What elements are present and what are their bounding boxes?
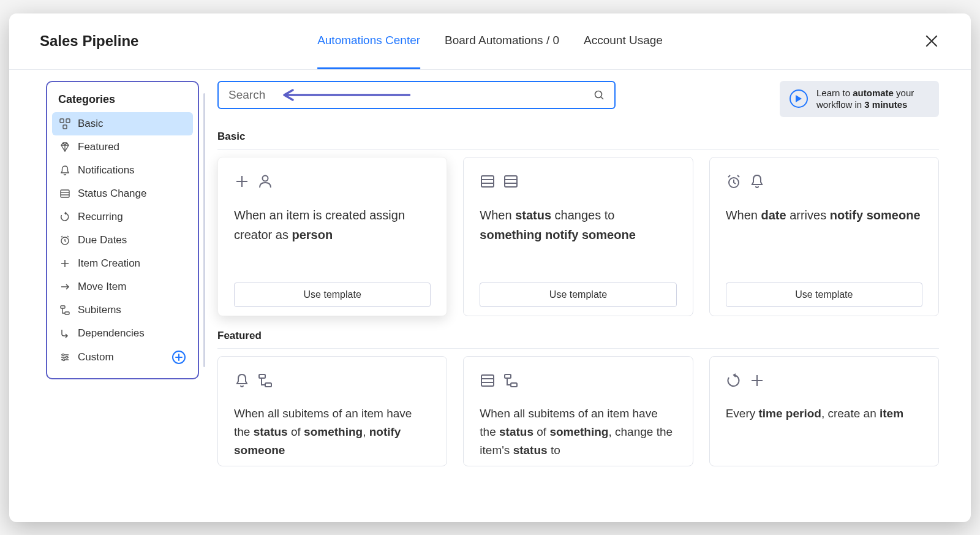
svg-point-12	[595, 91, 602, 97]
sidebar-item-recurring[interactable]: Recurring	[52, 205, 193, 229]
sidebar-item-label: Item Creation	[78, 257, 140, 270]
automation-card[interactable]: When all subitems of an item have the st…	[217, 356, 447, 466]
sliders-icon	[59, 352, 70, 363]
svg-rect-16	[481, 176, 494, 187]
automation-description: When all subitems of an item have the st…	[234, 404, 431, 463]
svg-rect-19	[505, 176, 517, 187]
automation-card[interactable]: When status changes to something notify …	[463, 157, 693, 316]
tabs: Automations Center Board Automations / 0…	[317, 13, 663, 69]
automation-description: Every time period, create an item	[726, 404, 922, 463]
alarm-icon	[59, 235, 70, 246]
sidebar-item-featured[interactable]: Featured	[52, 135, 193, 159]
svg-point-10	[66, 356, 67, 358]
recurring-icon	[726, 373, 742, 389]
list-icon	[480, 173, 496, 189]
plus-icon	[59, 258, 70, 269]
close-button[interactable]	[923, 32, 940, 50]
sidebar-item-basic[interactable]: Basic	[52, 112, 193, 135]
bell-icon	[234, 373, 250, 389]
dependencies-icon	[59, 328, 70, 339]
list-icon	[59, 188, 70, 199]
tab-board-automations[interactable]: Board Automations / 0	[445, 13, 559, 69]
sidebar-scrollbar[interactable]	[203, 93, 205, 367]
svg-point-15	[263, 175, 268, 181]
play-icon	[790, 89, 808, 108]
person-icon	[257, 173, 273, 189]
grid-icon	[59, 118, 70, 129]
sidebar-item-custom[interactable]: Custom	[52, 345, 193, 370]
sidebar-item-dependencies[interactable]: Dependencies	[52, 322, 193, 345]
use-template-button[interactable]: Use template	[234, 283, 431, 307]
subitems-icon	[503, 373, 519, 389]
svg-rect-25	[481, 375, 494, 386]
svg-rect-1	[66, 119, 70, 123]
sidebar-item-label: Move Item	[78, 281, 126, 293]
svg-rect-29	[511, 383, 517, 387]
tab-automations-center[interactable]: Automations Center	[317, 13, 420, 69]
subitems-icon	[59, 305, 70, 316]
sidebar-item-label: Custom	[78, 351, 114, 363]
sidebar-item-label: Due Dates	[78, 234, 127, 246]
svg-point-9	[62, 354, 64, 355]
search-input[interactable]	[228, 88, 594, 102]
bell-icon	[59, 165, 70, 176]
page-title: Sales Pipeline	[40, 32, 138, 50]
list-icon	[503, 173, 519, 189]
svg-rect-24	[265, 383, 271, 387]
svg-point-11	[62, 359, 64, 360]
subitems-icon	[257, 373, 273, 389]
sidebar-item-move-item[interactable]: Move Item	[52, 275, 193, 298]
svg-rect-2	[63, 125, 67, 129]
plus-icon	[749, 373, 765, 389]
sidebar-item-item-creation[interactable]: Item Creation	[52, 252, 193, 275]
plus-icon	[175, 354, 183, 361]
recurring-icon	[59, 211, 70, 222]
svg-rect-28	[505, 374, 511, 378]
automation-card[interactable]: When date arrives notify someone Use tem…	[709, 157, 939, 316]
sidebar-item-label: Dependencies	[78, 327, 145, 340]
sidebar-item-status-change[interactable]: Status Change	[52, 182, 193, 205]
bell-icon	[749, 173, 765, 189]
categories-heading: Categories	[52, 91, 193, 112]
automation-card[interactable]: When an item is created assign creator a…	[217, 157, 447, 316]
sidebar-item-due-dates[interactable]: Due Dates	[52, 229, 193, 252]
sidebar-item-label: Basic	[78, 118, 104, 130]
alarm-icon	[726, 173, 742, 189]
automation-description: When status changes to something notify …	[480, 205, 676, 274]
automation-card[interactable]: When all subitems of an item have the st…	[463, 356, 693, 466]
use-template-button[interactable]: Use template	[480, 283, 676, 307]
learn-tip-box[interactable]: Learn to automate your workflow in 3 min…	[780, 81, 939, 117]
automation-description: When an item is created assign creator a…	[234, 205, 431, 274]
svg-rect-0	[60, 119, 64, 123]
use-template-button[interactable]: Use template	[726, 283, 922, 307]
automation-description: When date arrives notify someone	[726, 205, 922, 274]
add-custom-button[interactable]	[172, 351, 186, 364]
sidebar-item-notifications[interactable]: Notifications	[52, 159, 193, 182]
plus-icon	[234, 173, 250, 189]
search-icon	[594, 89, 605, 101]
search-box[interactable]	[217, 81, 616, 109]
close-icon	[925, 34, 938, 48]
section-heading-featured: Featured	[217, 330, 939, 349]
svg-rect-7	[61, 306, 65, 308]
automation-card[interactable]: Every time period, create an item	[709, 356, 939, 466]
sidebar-item-label: Notifications	[78, 164, 135, 176]
arrow-right-icon	[59, 281, 70, 292]
sidebar-item-label: Subitems	[78, 304, 121, 316]
sidebar-item-label: Featured	[78, 141, 119, 153]
svg-line-13	[601, 97, 603, 99]
diamond-icon	[59, 142, 70, 153]
categories-sidebar: Categories Basic Featured Notifications …	[46, 81, 199, 379]
svg-rect-3	[61, 190, 69, 197]
sidebar-item-label: Recurring	[78, 211, 123, 223]
svg-rect-8	[65, 312, 69, 314]
learn-tip-text: Learn to automate your workflow in 3 min…	[816, 87, 929, 111]
list-icon	[480, 373, 496, 389]
tab-account-usage[interactable]: Account Usage	[584, 13, 663, 69]
svg-rect-23	[259, 374, 265, 378]
section-heading-basic: Basic	[217, 131, 939, 150]
sidebar-item-subitems[interactable]: Subitems	[52, 298, 193, 322]
sidebar-item-label: Status Change	[78, 188, 146, 200]
automation-description: When all subitems of an item have the st…	[480, 404, 676, 463]
